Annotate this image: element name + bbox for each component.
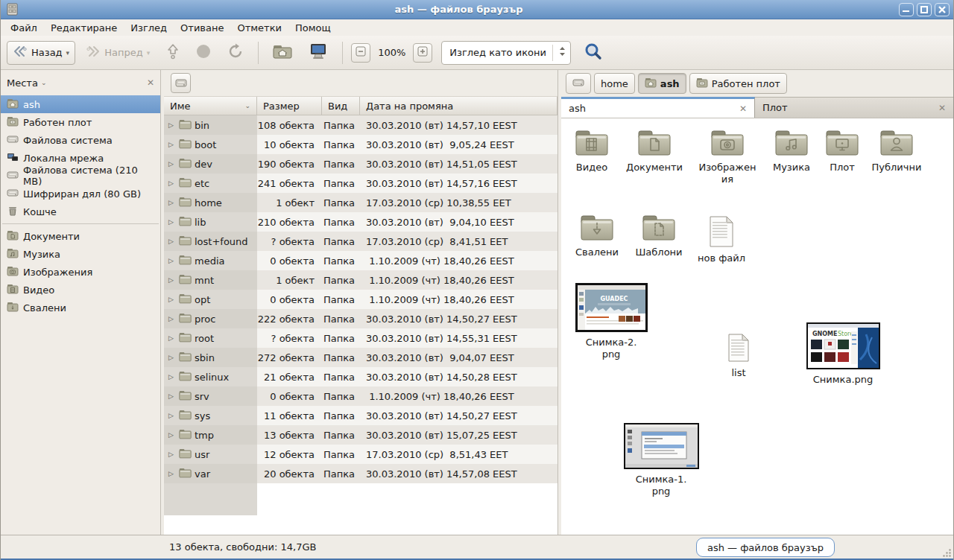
up-button[interactable] <box>160 41 186 65</box>
table-row[interactable]: ▷ home 1 обект Папка 17.03.2010 (ср) 10,… <box>164 193 557 212</box>
search-button[interactable] <box>578 41 608 65</box>
breadcrumb-button-2[interactable]: ash <box>638 73 686 94</box>
table-row[interactable]: ▷ boot 10 обекта Папка 30.03.2010 (вт) 9… <box>164 135 557 154</box>
table-row[interactable]: ▷ bin 108 обекта Папка 30.03.2010 (вт) 1… <box>164 115 557 135</box>
expander-icon[interactable]: ▷ <box>168 412 176 419</box>
file-icon-нов файл[interactable]: нов файл <box>686 215 757 264</box>
table-row[interactable]: ▷ usr 12 обекта Папка 17.03.2010 (ср) 8,… <box>164 445 557 464</box>
table-row[interactable]: ▷ var 20 обекта Папка 30.03.2010 (вт) 14… <box>164 464 557 483</box>
stop-button[interactable] <box>190 41 217 65</box>
menu-item-5[interactable]: Помощ <box>288 21 338 35</box>
reload-button[interactable] <box>221 41 250 65</box>
forward-button[interactable]: Напред ▾ <box>80 41 156 65</box>
table-row[interactable]: ▷ mnt 1 обект Папка 1.10.2009 (чт) 18,40… <box>164 270 557 290</box>
file-icon-Изображения[interactable]: Изображения <box>692 129 763 185</box>
menu-item-0[interactable]: Файл <box>4 21 44 35</box>
file-icon-Снимка-1.png[interactable]: Снимка-1.png <box>620 423 702 497</box>
sidebar-item-11[interactable]: Видео <box>1 281 160 299</box>
folder-public-icon <box>879 129 914 159</box>
table-row[interactable]: ▷ etc 241 обекта Папка 30.03.2010 (вт) 1… <box>164 174 557 193</box>
sidebar-item-9[interactable]: Музика <box>1 245 160 263</box>
column-header-1[interactable]: Размер <box>257 97 322 115</box>
zoom-out-button[interactable] <box>351 43 370 63</box>
expander-icon[interactable]: ▷ <box>168 179 176 187</box>
expander-icon[interactable]: ▷ <box>168 121 176 129</box>
column-header-3[interactable]: Дата на промяна <box>360 97 557 115</box>
sidebar-item-10[interactable]: Изображения <box>1 263 160 281</box>
menu-item-4[interactable]: Отметки <box>230 21 288 35</box>
expander-icon[interactable]: ▷ <box>168 315 176 322</box>
zoom-in-button[interactable] <box>413 43 432 63</box>
sidebar-item-0[interactable]: ash <box>1 95 160 113</box>
sidebar-item-8[interactable]: Документи <box>1 227 160 245</box>
file-icon-list[interactable]: list <box>703 333 774 379</box>
expander-icon[interactable]: ▷ <box>168 354 176 361</box>
table-row[interactable]: ▷ root ? обекта Папка 30.03.2010 (вт) 14… <box>164 328 557 348</box>
sidebar-item-6[interactable]: Кошче <box>1 203 160 220</box>
expander-icon[interactable]: ▷ <box>168 451 176 458</box>
table-row[interactable]: ▷ lost+found ? обекта Папка 17.03.2010 (… <box>164 232 557 251</box>
table-row[interactable]: ▷ dev 190 обекта Папка 30.03.2010 (вт) 1… <box>164 154 557 174</box>
computer-button[interactable] <box>303 41 334 65</box>
root-location-button[interactable] <box>171 73 191 93</box>
breadcrumb-button-3[interactable]: Работен плот <box>689 73 787 94</box>
file-icon-Документи[interactable]: Документи <box>619 129 690 174</box>
expander-icon[interactable]: ▷ <box>168 238 176 245</box>
sidebar-item-label: Работен плот <box>23 117 92 128</box>
file-icon-Снимка.png[interactable]: GNOME Store Снимка.png <box>802 322 884 386</box>
expander-icon[interactable]: ▷ <box>168 296 176 303</box>
back-button[interactable]: Назад ▾ <box>7 41 75 65</box>
home-button[interactable] <box>267 41 298 65</box>
taskbar-window-button[interactable]: ash — файлов браузър <box>696 538 835 557</box>
expander-icon[interactable]: ▷ <box>168 257 176 264</box>
view-mode-select[interactable]: Изглед като икони <box>441 41 571 65</box>
expander-icon[interactable]: ▷ <box>168 373 176 381</box>
tab-Плот[interactable]: Плот ✕ <box>755 97 953 118</box>
tab-ash[interactable]: ash ✕ <box>561 97 755 118</box>
table-row[interactable]: ▷ lib 210 обекта Папка 30.03.2010 (вт) 9… <box>164 212 557 232</box>
expander-icon[interactable]: ▷ <box>168 392 176 400</box>
breadcrumb-button-0[interactable] <box>566 73 591 94</box>
expander-icon[interactable]: ▷ <box>168 276 176 284</box>
table-row[interactable]: ▷ sbin 272 обекта Папка 30.03.2010 (вт) … <box>164 348 557 367</box>
minimize-button[interactable] <box>899 3 914 16</box>
sidebar-title[interactable]: Места <box>7 77 38 89</box>
close-icon[interactable]: ✕ <box>932 103 946 113</box>
table-row[interactable]: ▷ proc 222 обекта Папка 30.03.2010 (вт) … <box>164 309 557 328</box>
sidebar-close-icon[interactable]: ✕ <box>147 77 154 88</box>
expander-icon[interactable]: ▷ <box>168 199 176 206</box>
table-row[interactable]: ▷ selinux 21 обекта Папка 30.03.2010 (вт… <box>164 367 557 386</box>
table-row[interactable]: ▷ sys 11 обекта Папка 30.03.2010 (вт) 14… <box>164 406 557 425</box>
expander-icon[interactable]: ▷ <box>168 334 176 342</box>
expander-icon[interactable]: ▷ <box>168 141 176 148</box>
expander-icon[interactable]: ▷ <box>168 160 176 168</box>
file-icon-Видео[interactable]: Видео <box>556 129 628 174</box>
file-icon-Свалени[interactable]: Свалени <box>561 214 633 258</box>
expander-icon[interactable]: ▷ <box>168 470 176 477</box>
maximize-button[interactable] <box>917 3 932 16</box>
close-button[interactable] <box>935 3 950 16</box>
close-icon[interactable]: ✕ <box>733 104 747 114</box>
file-icon-Снимка-2.png[interactable]: GUADEC Снимка-2.png <box>570 283 652 360</box>
table-row[interactable]: ▷ tmp 13 обекта Папка 30.03.2010 (вт) 15… <box>164 425 557 445</box>
breadcrumb-button-1[interactable]: home <box>594 73 635 94</box>
file-icon-Шаблони[interactable]: Шаблони <box>623 214 695 258</box>
menu-item-1[interactable]: Редактиране <box>44 21 124 35</box>
paper-small-icon <box>727 333 751 365</box>
column-header-2[interactable]: Вид <box>322 97 360 115</box>
table-row[interactable]: ▷ srv 0 обекта Папка 1.10.2009 (чт) 18,4… <box>164 386 557 406</box>
column-header-0[interactable]: Име ⌄ <box>164 97 257 115</box>
sidebar-item-2[interactable]: Файлова система <box>1 131 160 149</box>
expander-icon[interactable]: ▷ <box>168 431 176 439</box>
sidebar-item-4[interactable]: Файлова система (210 MB) <box>1 167 160 185</box>
sidebar-item-5[interactable]: Шифриран дял (80 GB) <box>1 185 160 203</box>
table-row[interactable]: ▷ media 0 обекта Папка 1.10.2009 (чт) 18… <box>164 251 557 270</box>
sidebar-item-1[interactable]: Работен плот <box>1 113 160 131</box>
menu-item-3[interactable]: Отиване <box>174 21 230 35</box>
expander-icon[interactable]: ▷ <box>168 218 176 226</box>
table-row[interactable]: ▷ opt 0 обекта Папка 1.10.2009 (чт) 18,4… <box>164 290 557 309</box>
menu-item-2[interactable]: Изглед <box>124 21 174 35</box>
sidebar-item-12[interactable]: Свалени <box>1 299 160 316</box>
toolbar: Назад ▾ Напред ▾ 100% <box>1 36 953 70</box>
file-icon-Публични[interactable]: Публични <box>861 129 932 174</box>
